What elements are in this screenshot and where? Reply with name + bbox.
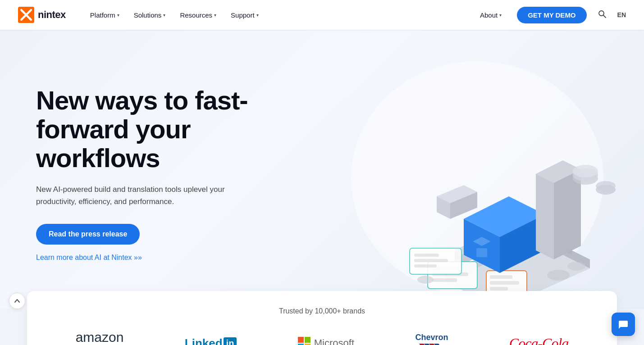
- nav-about[interactable]: About ▾: [474, 8, 508, 23]
- svg-rect-12: [432, 278, 457, 282]
- svg-rect-8: [490, 287, 508, 291]
- platform-chevron-icon: ▾: [117, 13, 119, 18]
- nav-resources[interactable]: Resources ▾: [174, 8, 223, 23]
- amazon-logo: amazon: [76, 330, 124, 345]
- search-button[interactable]: [596, 8, 608, 23]
- svg-point-1: [599, 11, 604, 16]
- search-icon: [598, 9, 607, 18]
- navbar: nintex Platform ▾ Solutions ▾ Resources …: [0, 0, 644, 30]
- trusted-title: Trusted by 10,000+ brands: [54, 307, 590, 315]
- get-demo-button[interactable]: GET MY DEMO: [517, 7, 586, 23]
- svg-rect-6: [490, 275, 512, 279]
- solutions-chevron-icon: ▾: [163, 13, 165, 18]
- nav-solutions[interactable]: Solutions ▾: [128, 8, 172, 23]
- cocacola-logo: Coca-Cola: [509, 335, 568, 345]
- hero-illustration: [311, 48, 617, 309]
- chat-widget-button[interactable]: [612, 313, 635, 336]
- about-chevron-icon: ▾: [499, 13, 502, 18]
- trusted-wrapper: Trusted by 10,000+ brands amazon: [0, 291, 644, 345]
- nav-right: About ▾ GET MY DEMO EN: [474, 7, 626, 23]
- chevron-logo: Chevron: [415, 333, 448, 345]
- press-release-button[interactable]: Read the press release: [36, 224, 140, 245]
- nav-links: Platform ▾ Solutions ▾ Resources ▾ Suppo…: [84, 8, 474, 23]
- svg-point-23: [596, 181, 616, 191]
- svg-rect-7: [490, 281, 519, 285]
- hero-content: New ways to fast-forward your workflows …: [36, 86, 279, 262]
- scroll-up-button[interactable]: [9, 293, 25, 309]
- logo-text: nintex: [38, 9, 66, 21]
- chat-icon: [618, 319, 629, 330]
- hero-title: New ways to fast-forward your workflows: [36, 86, 279, 172]
- logo[interactable]: nintex: [18, 7, 66, 23]
- chevron-up-icon: [14, 297, 21, 304]
- language-button[interactable]: EN: [617, 11, 626, 18]
- isometric-svg: [311, 48, 617, 309]
- brand-logos: amazon Linked in: [54, 330, 590, 345]
- nav-platform[interactable]: Platform ▾: [84, 8, 126, 23]
- svg-point-4: [567, 262, 585, 271]
- hero-section: New ways to fast-forward your workflows …: [0, 30, 644, 309]
- microsoft-logo: Microsoft: [298, 337, 354, 345]
- trusted-section: Trusted by 10,000+ brands amazon: [27, 291, 617, 345]
- nav-support[interactable]: Support ▾: [224, 8, 265, 23]
- svg-rect-18: [476, 248, 487, 257]
- svg-rect-16: [414, 264, 437, 268]
- learn-more-link[interactable]: Learn more about AI at Nintex »»: [36, 254, 279, 262]
- svg-rect-14: [414, 254, 439, 257]
- svg-point-21: [573, 165, 598, 177]
- svg-rect-15: [414, 259, 448, 262]
- hero-subtitle: New AI-powered build and translation too…: [36, 183, 225, 208]
- linkedin-logo: Linked in: [185, 336, 237, 345]
- support-chevron-icon: ▾: [256, 13, 259, 18]
- resources-chevron-icon: ▾: [214, 13, 216, 18]
- svg-point-3: [547, 270, 570, 281]
- svg-point-17: [417, 276, 434, 284]
